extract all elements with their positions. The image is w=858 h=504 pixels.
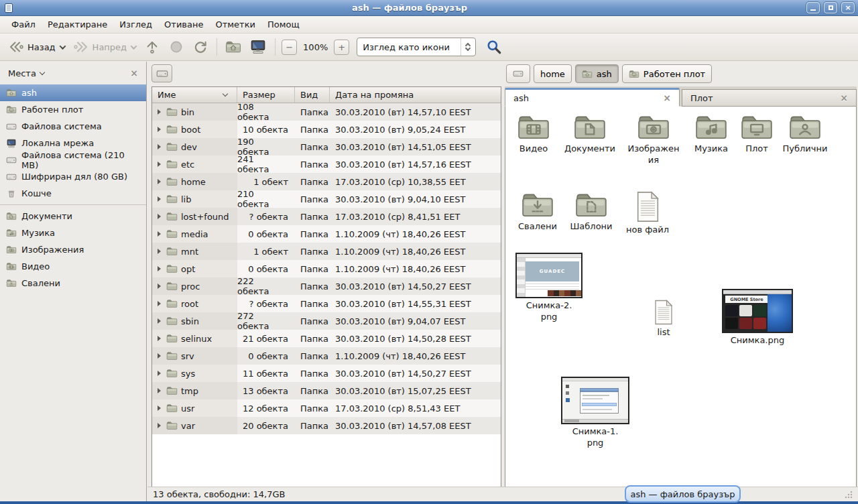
icon-view-item-list[interactable]: list — [642, 300, 685, 338]
sidebar-dropdown-caret-icon[interactable] — [40, 69, 45, 74]
breadcrumb-ash[interactable]: ash — [575, 64, 619, 83]
expander-icon[interactable] — [158, 196, 161, 202]
table-row-root[interactable]: root? обектаПапка30.03.2010 (вт) 14,55,3… — [152, 295, 501, 312]
up-button[interactable] — [140, 37, 164, 57]
icon-view-item-downloads[interactable]: Свалени — [511, 191, 564, 233]
table-row-bin[interactable]: bin108 обектаПапка30.03.2010 (вт) 14,57,… — [152, 103, 501, 121]
expander-icon[interactable] — [158, 301, 161, 306]
icon-view-item-desktop[interactable]: Плот — [731, 113, 783, 155]
expander-icon[interactable] — [158, 127, 161, 132]
sidebar-close-icon[interactable]: × — [130, 68, 138, 78]
tab-close-icon[interactable]: × — [663, 93, 671, 103]
column-header-date[interactable]: Дата на промяна — [330, 87, 501, 103]
breadcrumb-home[interactable]: home — [534, 64, 572, 83]
table-row-tmp[interactable]: tmp13 обектаПапка30.03.2010 (вт) 15,07,2… — [152, 382, 501, 399]
icon-view-item-images[interactable]: Изображения — [625, 113, 682, 166]
table-row-srv[interactable]: srv0 обектаПапка1.10.2009 (чт) 18,40,26 … — [152, 347, 501, 365]
sidebar-item-документи[interactable]: Документи — [0, 208, 146, 225]
table-row-sbin[interactable]: sbin272 обектаПапка30.03.2010 (вт) 9,04,… — [152, 312, 501, 330]
zoom-in-button[interactable]: + — [334, 40, 349, 55]
back-dropdown-chevron-icon[interactable] — [59, 43, 66, 50]
breadcrumb-Работен плот[interactable]: Работен плот — [622, 64, 712, 83]
table-row-media[interactable]: media0 обектаПапка1.10.2009 (чт) 18,40,2… — [152, 225, 501, 243]
expander-icon[interactable] — [158, 353, 161, 359]
minimize-button[interactable] — [806, 2, 820, 13]
column-header-name[interactable]: Име — [152, 87, 237, 103]
table-row-home[interactable]: home1 обектПапка17.03.2010 (ср) 10,38,55… — [152, 173, 501, 190]
menu-item-2[interactable]: Изглед — [113, 17, 158, 32]
icon-view-item-documents[interactable]: Документи — [560, 113, 619, 155]
table-row-usr[interactable]: usr12 обектаПапка17.03.2010 (ср) 8,51,43… — [152, 399, 501, 417]
table-row-lib[interactable]: lib210 обектаПапка30.03.2010 (вт) 9,04,1… — [152, 190, 501, 208]
icon-view-item-music[interactable]: Музика — [685, 113, 737, 155]
expander-icon[interactable] — [158, 284, 161, 289]
expander-icon[interactable] — [158, 318, 161, 324]
expander-icon[interactable] — [158, 423, 161, 428]
icon-view-item-snimka[interactable]: GNOME StoreСнимка.png — [720, 289, 795, 346]
sidebar-item-файлова-система[interactable]: Файлова система — [0, 118, 146, 135]
column-header-size[interactable]: Размер — [237, 87, 295, 103]
expander-icon[interactable] — [158, 249, 161, 254]
sidebar-item-кошче[interactable]: Кошче — [0, 185, 146, 202]
tree-root-button[interactable] — [151, 64, 172, 82]
zoom-out-button[interactable]: − — [282, 40, 297, 55]
expander-icon[interactable] — [158, 144, 161, 149]
menu-item-1[interactable]: Редактиране — [42, 17, 113, 32]
home-button[interactable] — [221, 38, 245, 56]
sidebar-item-изображения[interactable]: Изображения — [0, 241, 146, 258]
tab-плот[interactable]: Плот× — [682, 89, 857, 107]
taskbar-window-button[interactable]: ash — файлов браузър — [625, 485, 741, 503]
expander-icon[interactable] — [158, 336, 161, 341]
table-row-dev[interactable]: dev190 обектаПапка30.03.2010 (вт) 14,51,… — [152, 138, 501, 155]
menu-item-5[interactable]: Помощ — [261, 17, 306, 32]
sidebar-item-музика[interactable]: Музика — [0, 225, 146, 241]
table-row-var[interactable]: var20 обектаПапка30.03.2010 (вт) 14,57,0… — [152, 417, 501, 434]
breadcrumb-root[interactable] — [506, 64, 530, 83]
table-row-sys[interactable]: sys11 обектаПапка30.03.2010 (вт) 14,50,2… — [152, 365, 501, 382]
icon-view-item-templates[interactable]: Шаблони — [564, 191, 618, 233]
expander-icon[interactable] — [158, 405, 161, 411]
sidebar-item-шифриран-дял-80-gb-[interactable]: Шифриран дял (80 GB) — [0, 168, 146, 185]
sidebar-item-видео[interactable]: Видео — [0, 258, 146, 275]
reload-button[interactable] — [188, 37, 212, 57]
table-row-mnt[interactable]: mnt1 обектПапка1.10.2009 (чт) 18,40,26 E… — [152, 243, 501, 260]
table-row-lost+found[interactable]: lost+found? обектаПапка17.03.2010 (ср) 8… — [152, 208, 501, 225]
column-header-type[interactable]: Вид — [295, 87, 330, 103]
menu-item-3[interactable]: Отиване — [158, 17, 209, 32]
sidebar-item-файлова-система-210-mb-[interactable]: Файлова система (210 MB) — [0, 151, 146, 168]
table-row-etc[interactable]: etc241 обектаПапка30.03.2010 (вт) 14,57,… — [152, 155, 501, 173]
expander-icon[interactable] — [158, 231, 161, 237]
expander-icon[interactable] — [158, 179, 161, 184]
search-button[interactable] — [481, 36, 507, 58]
table-row-boot[interactable]: boot10 обектаПапка30.03.2010 (вт) 9,05,2… — [152, 121, 501, 138]
table-row-opt[interactable]: opt0 обектаПапка1.10.2009 (чт) 18,40,26 … — [152, 260, 501, 277]
menu-item-4[interactable]: Отметки — [209, 17, 261, 32]
icon-view-item-public[interactable]: Публични — [776, 113, 834, 155]
maximize-button[interactable] — [824, 2, 837, 13]
back-button[interactable]: Назад — [4, 37, 69, 57]
close-button[interactable]: × — [841, 2, 855, 13]
view-mode-select[interactable]: Изглед като икони — [357, 38, 476, 56]
icon-view-item-video[interactable]: Видео — [507, 113, 560, 155]
expander-icon[interactable] — [158, 388, 161, 393]
table-row-selinux[interactable]: selinux21 обектаПапка30.03.2010 (вт) 14,… — [152, 330, 501, 347]
tab-close-icon[interactable]: × — [840, 93, 848, 103]
sidebar-item-свалени[interactable]: Свалени — [0, 275, 146, 292]
sidebar-item-локална-мрежа[interactable]: Локална мрежа — [0, 135, 146, 151]
stop-button[interactable] — [164, 37, 188, 57]
expander-icon[interactable] — [158, 109, 161, 115]
sidebar-item-ash[interactable]: ash — [0, 84, 146, 101]
tab-ash[interactable]: ash× — [505, 88, 680, 107]
computer-button[interactable] — [245, 36, 271, 58]
menu-item-0[interactable]: Файл — [5, 17, 42, 32]
expander-icon[interactable] — [158, 371, 161, 376]
expander-icon[interactable] — [158, 266, 161, 271]
table-row-proc[interactable]: proc222 обектаПапка30.03.2010 (вт) 14,50… — [152, 277, 501, 295]
resize-grip[interactable] — [844, 490, 853, 499]
forward-button[interactable]: Напред — [69, 37, 140, 57]
icon-view-item-snimka1[interactable]: Снимка-1.png — [560, 377, 630, 449]
forward-dropdown-chevron-icon[interactable] — [131, 43, 137, 50]
icon-view-item-snimka2[interactable]: GUADECСнимка-2.png — [515, 253, 583, 323]
expander-icon[interactable] — [158, 162, 161, 167]
icon-view-item-newfile[interactable]: нов файл — [619, 191, 676, 236]
